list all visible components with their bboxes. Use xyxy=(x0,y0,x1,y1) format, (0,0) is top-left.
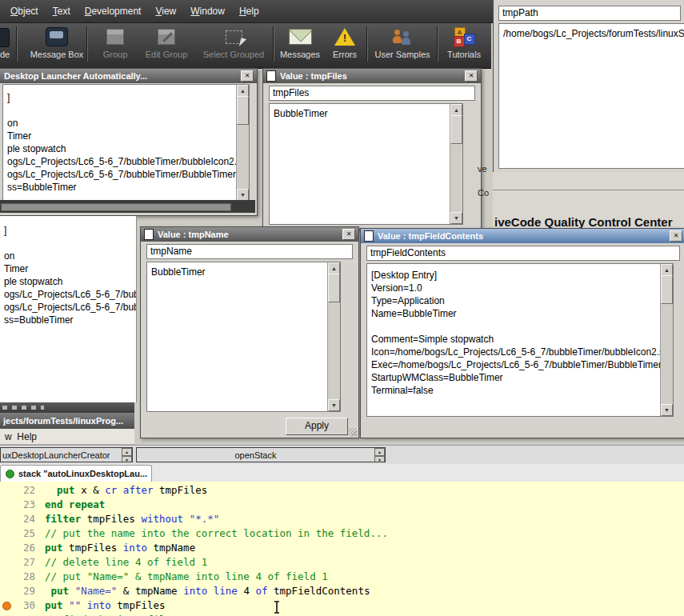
close-icon[interactable]: ✕ xyxy=(342,229,355,240)
menu-development[interactable]: Development xyxy=(78,6,149,17)
launcher-titlebar[interactable]: Desktop Launcher Automatically... ✕ xyxy=(0,69,257,83)
scroll-down-icon[interactable]: ▼ xyxy=(450,212,462,224)
code-line[interactable]: 25// put the name into the correct locat… xyxy=(0,526,684,541)
line-number-gutter[interactable]: 27 xyxy=(0,555,40,570)
scroll-up-icon[interactable]: ▲ xyxy=(237,85,249,97)
vertical-scrollbar[interactable]: ▲ ▼ xyxy=(236,85,249,201)
scroll-down-icon[interactable]: ▼ xyxy=(237,189,249,201)
code-line[interactable]: 31// find the icon file xyxy=(0,613,684,616)
launcher-content-field[interactable]: ] on Timer ple stopwatch ogs/Lc_Projects… xyxy=(2,84,250,202)
script-editor-menubar-fragment[interactable]: w Help xyxy=(0,429,134,445)
left-list-window-fragment[interactable]: ] on Timer ple stopwatch ogs/Lc_Projects… xyxy=(0,216,137,402)
menubar: Object Text Development View Window Help xyxy=(0,0,494,23)
toolbar-label: User Samples xyxy=(374,50,430,59)
tmppath-content-field[interactable]: /home/bogs/Lc_Projects/forumTests/linuxS xyxy=(498,23,684,169)
menu-object[interactable]: Object xyxy=(3,6,46,17)
vertical-scrollbar[interactable]: ▲ ▼ xyxy=(450,104,462,224)
scrollbar-thumb[interactable] xyxy=(450,115,462,144)
line-number-gutter[interactable]: 29 xyxy=(0,584,40,598)
handler-selector-left[interactable]: uxDesktopLauncherCreator ▲ ▼ xyxy=(0,447,133,462)
code-icon-partial[interactable] xyxy=(0,28,10,47)
line-number-gutter[interactable]: 25 xyxy=(0,526,40,541)
spinner-control[interactable]: ▲ ▼ xyxy=(374,448,385,462)
close-icon[interactable]: ✕ xyxy=(241,70,254,82)
code-line[interactable]: 23end repeat xyxy=(0,498,684,512)
tmpfiles-titlebar[interactable]: Value : tmpFiles ✕ xyxy=(263,69,481,83)
toolbar-item-messages[interactable]: Messages xyxy=(277,26,323,59)
menu-text[interactable]: Text xyxy=(46,6,78,17)
toolbar-separator xyxy=(86,26,88,62)
line-number-gutter[interactable]: 30 xyxy=(0,598,40,613)
handler-selector-openstack[interactable]: openStack ▲ ▼ xyxy=(136,447,386,462)
vertical-scrollbar[interactable]: ▲ ▼ xyxy=(660,264,673,416)
toolbar-separator xyxy=(273,26,274,62)
menu-view[interactable]: View xyxy=(148,6,183,17)
toolbar-item-errors[interactable]: ! Errors xyxy=(326,26,363,59)
code-line[interactable]: 29 put "Name=" & tmpName into line 4 of … xyxy=(0,584,684,598)
spinner-control[interactable]: ▲ ▼ xyxy=(122,448,132,462)
apply-button[interactable]: Apply xyxy=(286,418,348,435)
close-icon[interactable]: ✕ xyxy=(670,230,682,242)
menu-help[interactable]: Help xyxy=(232,6,266,17)
spinner-up-icon[interactable]: ▲ xyxy=(374,448,385,456)
menu-window[interactable]: Window xyxy=(183,6,232,17)
line-number-gutter[interactable]: 23 xyxy=(0,498,40,512)
code-line[interactable]: 30put "" into tmpFiles xyxy=(0,598,684,613)
code-text: // find the icon file xyxy=(40,613,171,616)
code-line[interactable]: 26put tmpFiles into tmpName xyxy=(0,541,684,555)
hidden-button-fragment[interactable]: Co xyxy=(478,188,489,198)
line-number-gutter[interactable]: 22 xyxy=(0,483,40,498)
horizontal-scrollbar[interactable] xyxy=(1,203,231,211)
toolbar-label: Tutorials xyxy=(447,50,481,59)
vertical-scrollbar[interactable]: ▲ ▼ xyxy=(327,262,340,411)
tmpname-content-field[interactable]: BubbleTimer ▲ ▼ xyxy=(146,262,341,412)
toolbar-item-user-samples[interactable]: User Samples xyxy=(373,26,432,59)
desktop-entry-line: Terminal=false xyxy=(367,384,673,397)
desktop-entry-line: Type=Application xyxy=(367,294,673,307)
line-number-gutter[interactable]: 28 xyxy=(0,570,40,584)
tmpfieldcontents-name-field[interactable]: tmpFieldContents xyxy=(366,246,680,261)
code-line[interactable]: 22 put x & cr after tmpFiles xyxy=(0,483,684,498)
hidden-button-fragment[interactable]: ve xyxy=(478,164,487,174)
breakpoint-icon[interactable] xyxy=(2,602,11,610)
script-editor-area[interactable]: 22 put x & cr after tmpFiles23end repeat… xyxy=(0,482,684,616)
toolbar-item-tutorials[interactable]: A B C Tutorials xyxy=(442,26,486,59)
messages-icon xyxy=(289,29,312,45)
desktop-entry-line: Icon=/home/bogs/Lc_Projects/Lc6_5-6_7/bu… xyxy=(367,346,673,358)
scroll-down-icon[interactable]: ▼ xyxy=(661,404,673,416)
close-icon[interactable]: ✕ xyxy=(465,70,478,82)
select-grouped-icon xyxy=(226,30,242,44)
tmpfieldcontents-content-field[interactable]: [Desktop Entry] Version=1.0 Type=Applica… xyxy=(366,263,674,417)
tmpname-titlebar[interactable]: Value : tmpName ✕ xyxy=(141,227,358,242)
code-line[interactable]: 27// delete line 4 of field 1 xyxy=(0,555,684,570)
text-cursor-pointer xyxy=(272,600,282,616)
toolbar-label: Edit Group xyxy=(146,50,188,59)
toolbar-item-message-box[interactable]: Message Box xyxy=(30,26,83,59)
window-titlebar-fragment[interactable] xyxy=(0,402,134,413)
spinner-down-icon[interactable]: ▼ xyxy=(374,456,385,462)
resize-grip[interactable] xyxy=(349,428,357,436)
script-editor-titlebar-fragment[interactable]: jects/forumTests/linuxProg... xyxy=(0,413,134,429)
tab-stack-script[interactable]: stack "autoLinuxDesktopLau... xyxy=(0,465,152,482)
tmpfiles-content-field[interactable]: BubbleTimer ▲ ▼ xyxy=(269,103,463,225)
tmppath-name-field[interactable]: tmpPath xyxy=(498,6,681,21)
code-line[interactable]: 28// put "Name=" & tmpName into line 4 o… xyxy=(0,570,684,584)
tmpname-name-field[interactable]: tmpName xyxy=(146,244,353,259)
scroll-down-icon[interactable]: ▼ xyxy=(328,399,340,411)
spinner-down-icon[interactable]: ▼ xyxy=(122,456,132,462)
scroll-up-icon[interactable]: ▲ xyxy=(450,104,462,116)
scrollbar-thumb[interactable] xyxy=(237,96,249,125)
spinner-up-icon[interactable]: ▲ xyxy=(122,448,132,456)
line-number-gutter[interactable]: 31 xyxy=(0,613,40,616)
scrollbar-thumb[interactable] xyxy=(328,274,340,302)
scrollbar-thumb[interactable] xyxy=(661,275,673,304)
line-number-gutter[interactable]: 24 xyxy=(0,512,40,526)
code-line[interactable]: 24filter tmpFiles without "*.*" xyxy=(0,512,684,526)
list-item: ple stopwatch xyxy=(3,142,249,155)
toolbar-label-code-partial: de xyxy=(0,50,10,59)
tmpfiles-name-field[interactable]: tmpFiles xyxy=(269,86,475,101)
line-number-gutter[interactable]: 26 xyxy=(0,541,40,555)
tmpfieldcontents-titlebar[interactable]: Value : tmpFieldContents ✕ xyxy=(361,229,684,243)
scroll-up-icon[interactable]: ▲ xyxy=(661,264,673,276)
scroll-up-icon[interactable]: ▲ xyxy=(328,262,340,274)
